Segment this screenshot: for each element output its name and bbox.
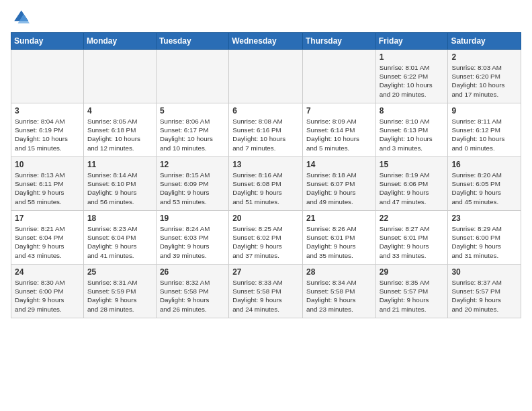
day-number: 5	[160, 106, 225, 116]
calendar-cell: 19Sunrise: 8:24 AM Sunset: 6:03 PM Dayli…	[156, 211, 228, 265]
day-number: 4	[87, 106, 152, 116]
calendar-cell: 4Sunrise: 8:05 AM Sunset: 6:18 PM Daylig…	[83, 103, 156, 157]
calendar-cell: 10Sunrise: 8:13 AM Sunset: 6:11 PM Dayli…	[11, 157, 84, 211]
calendar-cell: 7Sunrise: 8:09 AM Sunset: 6:14 PM Daylig…	[303, 103, 376, 157]
day-number: 7	[306, 106, 372, 116]
day-info: Sunrise: 8:06 AM Sunset: 6:17 PM Dayligh…	[160, 117, 225, 152]
calendar-cell: 6Sunrise: 8:08 AM Sunset: 6:16 PM Daylig…	[229, 103, 303, 157]
calendar-cell	[229, 50, 303, 103]
calendar-row-5: 24Sunrise: 8:30 AM Sunset: 6:00 PM Dayli…	[11, 265, 521, 318]
day-number: 28	[306, 267, 372, 277]
calendar-cell: 11Sunrise: 8:14 AM Sunset: 6:10 PM Dayli…	[83, 157, 156, 211]
day-number: 16	[451, 160, 517, 169]
day-number: 18	[87, 214, 152, 223]
weekday-header-row: SundayMondayTuesdayWednesdayThursdayFrid…	[11, 33, 521, 50]
day-number: 27	[232, 267, 299, 277]
calendar-cell: 18Sunrise: 8:23 AM Sunset: 6:04 PM Dayli…	[83, 211, 156, 265]
calendar-cell: 17Sunrise: 8:21 AM Sunset: 6:04 PM Dayli…	[11, 211, 84, 265]
day-number: 25	[87, 267, 152, 277]
day-number: 17	[15, 214, 80, 223]
day-info: Sunrise: 8:13 AM Sunset: 6:11 PM Dayligh…	[15, 171, 80, 206]
calendar-cell: 14Sunrise: 8:18 AM Sunset: 6:07 PM Dayli…	[303, 157, 376, 211]
day-info: Sunrise: 8:24 AM Sunset: 6:03 PM Dayligh…	[160, 224, 225, 260]
calendar-cell	[11, 50, 84, 103]
logo-icon	[11, 8, 30, 27]
day-number: 6	[232, 106, 299, 116]
calendar-cell	[156, 50, 228, 103]
weekday-tuesday: Tuesday	[156, 33, 228, 50]
calendar-cell: 5Sunrise: 8:06 AM Sunset: 6:17 PM Daylig…	[156, 103, 228, 157]
calendar-cell	[83, 50, 156, 103]
day-number: 19	[160, 214, 225, 223]
day-number: 12	[160, 160, 225, 169]
calendar-row-1: 1Sunrise: 8:01 AM Sunset: 6:22 PM Daylig…	[11, 50, 521, 103]
calendar-cell	[303, 50, 376, 103]
day-info: Sunrise: 8:27 AM Sunset: 6:01 PM Dayligh…	[380, 224, 445, 260]
calendar-cell: 22Sunrise: 8:27 AM Sunset: 6:01 PM Dayli…	[375, 211, 448, 265]
day-info: Sunrise: 8:19 AM Sunset: 6:06 PM Dayligh…	[380, 171, 445, 206]
calendar-cell: 13Sunrise: 8:16 AM Sunset: 6:08 PM Dayli…	[229, 157, 303, 211]
calendar-cell: 29Sunrise: 8:35 AM Sunset: 5:57 PM Dayli…	[375, 265, 448, 318]
weekday-wednesday: Wednesday	[229, 33, 303, 50]
day-info: Sunrise: 8:15 AM Sunset: 6:09 PM Dayligh…	[160, 171, 225, 206]
day-info: Sunrise: 8:18 AM Sunset: 6:07 PM Dayligh…	[306, 171, 372, 206]
calendar-row-2: 3Sunrise: 8:04 AM Sunset: 6:19 PM Daylig…	[11, 103, 521, 157]
day-number: 13	[232, 160, 299, 169]
day-info: Sunrise: 8:37 AM Sunset: 5:57 PM Dayligh…	[451, 278, 517, 314]
day-number: 15	[380, 160, 445, 169]
day-info: Sunrise: 8:30 AM Sunset: 6:00 PM Dayligh…	[15, 278, 80, 314]
day-info: Sunrise: 8:35 AM Sunset: 5:57 PM Dayligh…	[380, 278, 445, 314]
header	[11, 8, 521, 27]
day-number: 20	[232, 214, 299, 223]
day-info: Sunrise: 8:05 AM Sunset: 6:18 PM Dayligh…	[87, 117, 152, 152]
calendar-cell: 20Sunrise: 8:25 AM Sunset: 6:02 PM Dayli…	[229, 211, 303, 265]
calendar-cell: 15Sunrise: 8:19 AM Sunset: 6:06 PM Dayli…	[375, 157, 448, 211]
day-number: 10	[15, 160, 80, 169]
calendar-row-4: 17Sunrise: 8:21 AM Sunset: 6:04 PM Dayli…	[11, 211, 521, 265]
calendar-cell: 12Sunrise: 8:15 AM Sunset: 6:09 PM Dayli…	[156, 157, 228, 211]
page: SundayMondayTuesdayWednesdayThursdayFrid…	[0, 0, 532, 411]
calendar-cell: 2Sunrise: 8:03 AM Sunset: 6:20 PM Daylig…	[448, 50, 521, 103]
day-number: 29	[380, 267, 445, 277]
day-info: Sunrise: 8:16 AM Sunset: 6:08 PM Dayligh…	[232, 171, 299, 206]
calendar-cell: 8Sunrise: 8:10 AM Sunset: 6:13 PM Daylig…	[375, 103, 448, 157]
day-number: 8	[380, 106, 445, 116]
calendar-cell: 24Sunrise: 8:30 AM Sunset: 6:00 PM Dayli…	[11, 265, 84, 318]
calendar-cell: 25Sunrise: 8:31 AM Sunset: 5:59 PM Dayli…	[83, 265, 156, 318]
day-number: 11	[87, 160, 152, 169]
calendar-cell: 16Sunrise: 8:20 AM Sunset: 6:05 PM Dayli…	[448, 157, 521, 211]
calendar: SundayMondayTuesdayWednesdayThursdayFrid…	[11, 32, 521, 318]
day-info: Sunrise: 8:25 AM Sunset: 6:02 PM Dayligh…	[232, 224, 299, 260]
day-info: Sunrise: 8:33 AM Sunset: 5:58 PM Dayligh…	[232, 278, 299, 314]
day-number: 1	[380, 52, 445, 62]
day-info: Sunrise: 8:11 AM Sunset: 6:12 PM Dayligh…	[451, 117, 517, 152]
calendar-cell: 21Sunrise: 8:26 AM Sunset: 6:01 PM Dayli…	[303, 211, 376, 265]
day-number: 9	[451, 106, 517, 116]
day-info: Sunrise: 8:32 AM Sunset: 5:58 PM Dayligh…	[160, 278, 225, 314]
calendar-cell: 26Sunrise: 8:32 AM Sunset: 5:58 PM Dayli…	[156, 265, 228, 318]
day-number: 24	[15, 267, 80, 277]
weekday-monday: Monday	[83, 33, 156, 50]
day-number: 14	[306, 160, 372, 169]
day-info: Sunrise: 8:08 AM Sunset: 6:16 PM Dayligh…	[232, 117, 299, 152]
day-info: Sunrise: 8:04 AM Sunset: 6:19 PM Dayligh…	[15, 117, 80, 152]
logo	[11, 8, 32, 27]
day-info: Sunrise: 8:26 AM Sunset: 6:01 PM Dayligh…	[306, 224, 372, 260]
day-info: Sunrise: 8:20 AM Sunset: 6:05 PM Dayligh…	[451, 171, 517, 206]
day-info: Sunrise: 8:10 AM Sunset: 6:13 PM Dayligh…	[380, 117, 445, 152]
day-info: Sunrise: 8:01 AM Sunset: 6:22 PM Dayligh…	[380, 63, 445, 99]
day-number: 21	[306, 214, 372, 223]
weekday-thursday: Thursday	[303, 33, 376, 50]
calendar-cell: 23Sunrise: 8:29 AM Sunset: 6:00 PM Dayli…	[448, 211, 521, 265]
calendar-cell: 28Sunrise: 8:34 AM Sunset: 5:58 PM Dayli…	[303, 265, 376, 318]
day-info: Sunrise: 8:09 AM Sunset: 6:14 PM Dayligh…	[306, 117, 372, 152]
calendar-cell: 30Sunrise: 8:37 AM Sunset: 5:57 PM Dayli…	[448, 265, 521, 318]
calendar-cell: 27Sunrise: 8:33 AM Sunset: 5:58 PM Dayli…	[229, 265, 303, 318]
day-info: Sunrise: 8:31 AM Sunset: 5:59 PM Dayligh…	[87, 278, 152, 314]
day-info: Sunrise: 8:14 AM Sunset: 6:10 PM Dayligh…	[87, 171, 152, 206]
weekday-sunday: Sunday	[11, 33, 84, 50]
weekday-friday: Friday	[375, 33, 448, 50]
day-number: 26	[160, 267, 225, 277]
day-info: Sunrise: 8:34 AM Sunset: 5:58 PM Dayligh…	[306, 278, 372, 314]
day-info: Sunrise: 8:21 AM Sunset: 6:04 PM Dayligh…	[15, 224, 80, 260]
